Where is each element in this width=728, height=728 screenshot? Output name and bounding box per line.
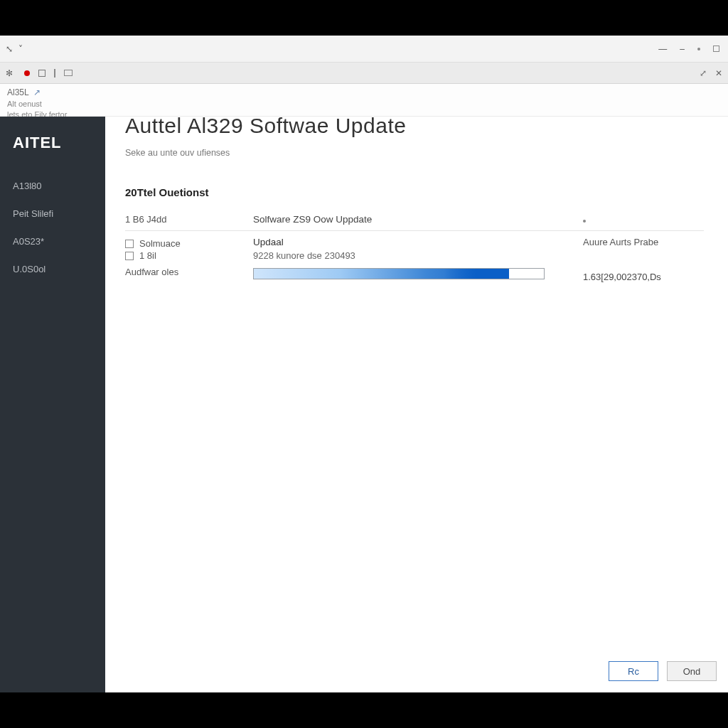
table-header-center: Solfware ZS9 Oow Uppdate — [253, 214, 583, 225]
minimize-icon[interactable]: — — [658, 44, 667, 54]
titlebar: ⤡ ˅ — – — [0, 36, 728, 63]
checkbox-icon[interactable] — [125, 252, 134, 260]
table-row: Solmuace 1 8il Audfwar oles Updaal 9228 … — [125, 231, 704, 288]
maximize-icon[interactable] — [713, 46, 719, 52]
footer-buttons: Rc Ond — [609, 661, 717, 681]
update-subtitle: 9228 kunore dse 230493 — [253, 250, 583, 261]
row-left-extra: Audfwar oles — [125, 267, 253, 277]
sidebar: AITEL A13l80 Peit Slilefi A0S23* U.0S0ol — [0, 117, 105, 692]
titlebar-glyph-1: ⤡ — [6, 44, 13, 54]
update-title: Updaal — [253, 237, 583, 247]
brand-logo: AITEL — [0, 129, 105, 172]
ribbon-bar: ✻ ⤢ ✕ — [0, 63, 728, 84]
checkbox-row-2[interactable]: 1 8il — [125, 250, 253, 261]
open-external-icon[interactable]: ↗ — [33, 87, 41, 99]
page-title: Auttel Al329 Softwae Update — [125, 114, 704, 138]
right-info-top: Auure Aurts Prabe — [583, 237, 704, 247]
tools-icon[interactable]: ✻ — [6, 68, 16, 78]
page-subtitle: Seke au unte ouv ufienses — [125, 148, 704, 158]
window-icon[interactable] — [64, 70, 73, 76]
table-header-right — [583, 214, 704, 225]
sidebar-item-1[interactable]: Peit Slilefi — [0, 200, 105, 228]
table-header-left: 1 B6 J4dd — [125, 214, 253, 225]
progress-bar — [253, 268, 545, 279]
record-icon[interactable] — [24, 70, 30, 76]
table-header-row: 1 B6 J4dd Solfware ZS9 Oow Uppdate — [125, 208, 704, 231]
ok-button[interactable]: Ond — [667, 661, 717, 681]
progress-highlight — [428, 269, 509, 279]
sidebar-item-2[interactable]: A0S23* — [0, 228, 105, 255]
step-icon[interactable] — [54, 69, 55, 77]
checkbox-icon[interactable] — [125, 240, 134, 248]
expand-icon[interactable]: ⤢ — [700, 68, 707, 78]
sidebar-item-0[interactable]: A13l80 — [0, 172, 105, 200]
dot-icon — [697, 48, 700, 50]
minimize2-icon[interactable]: – — [680, 44, 685, 54]
checkbox-row-1[interactable]: Solmuace — [125, 238, 253, 249]
checkbox-label-1: Solmuace — [139, 238, 181, 249]
stop-icon[interactable] — [38, 70, 46, 77]
close-icon[interactable]: ✕ — [715, 68, 722, 78]
crumb-sub-1: Alt oenust — [7, 99, 721, 109]
breadcrumb: Al35L ↗ Alt oenust lets eto Fily fertor — [0, 84, 728, 117]
app-window: ⤡ ˅ — – ✻ ⤢ ✕ Al35L ↗ Alt oenust lets et… — [0, 36, 728, 692]
sidebar-item-3[interactable]: U.0S0ol — [0, 255, 105, 283]
main-pane: Auttel Al329 Softwae Update Seke au unte… — [105, 117, 728, 692]
titlebar-glyph-2: ˅ — [18, 44, 23, 54]
right-info-bottom: 1.63[29,002370,Ds — [583, 272, 704, 282]
checkbox-label-2: 1 8il — [139, 250, 156, 261]
retry-button[interactable]: Rc — [609, 661, 658, 681]
section-heading: 20Ttel Ouetionst — [125, 186, 704, 198]
crumb-code: Al35L — [7, 87, 29, 99]
